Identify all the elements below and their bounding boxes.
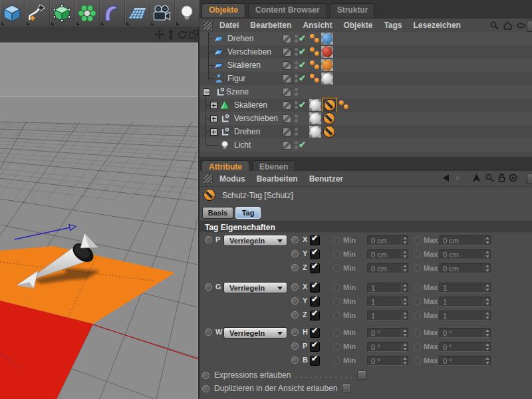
- visibility-dot-render[interactable]: [295, 79, 298, 82]
- visibility-dot-editor[interactable]: [295, 114, 298, 118]
- max-field[interactable]: 1: [439, 311, 491, 321]
- min-field[interactable]: 0 °: [367, 342, 408, 352]
- axis-lock-checkbox[interactable]: ✔: [310, 297, 320, 307]
- material-tag[interactable]: [321, 46, 333, 58]
- visibility-dot-editor[interactable]: [295, 128, 298, 131]
- min-field[interactable]: 0 cm: [367, 249, 408, 259]
- expand-plus-box[interactable]: [210, 102, 217, 109]
- layer-color-swatch[interactable]: [283, 128, 291, 136]
- visibility-dot-render[interactable]: [295, 39, 298, 43]
- object-row-figur-3[interactable]: Figur✔: [200, 72, 532, 85]
- stepper-arrows[interactable]: [483, 329, 490, 337]
- max-field[interactable]: 0 cm: [439, 249, 491, 259]
- toolbar-button-spline-pen[interactable]: [25, 0, 51, 27]
- search-icon[interactable]: [485, 173, 495, 183]
- layer-color-swatch[interactable]: [283, 74, 291, 83]
- min-field[interactable]: 1: [367, 297, 408, 307]
- protection-tag[interactable]: [203, 189, 215, 201]
- visibility-dot-editor[interactable]: [295, 35, 298, 38]
- stepper-arrows[interactable]: [483, 356, 490, 365]
- visibility-dot-editor[interactable]: [295, 74, 298, 78]
- option-anim-dot[interactable]: [202, 385, 209, 392]
- axis-lock-checkbox[interactable]: ✔: [310, 235, 320, 245]
- object-row-verschieben-6[interactable]: Verschieben: [200, 112, 532, 125]
- max-field[interactable]: 0 °: [439, 356, 491, 366]
- stepper-arrows[interactable]: [483, 311, 490, 320]
- axis-anim-dot[interactable]: [291, 236, 299, 243]
- rotate-view-icon[interactable]: [177, 29, 188, 40]
- min-anim-dot[interactable]: [333, 343, 340, 350]
- expression-tag[interactable]: [309, 74, 320, 83]
- axis-lock-checkbox[interactable]: ✔: [310, 342, 320, 352]
- maximize-view-icon[interactable]: [188, 29, 199, 40]
- toolbar-button-floor-object[interactable]: [125, 0, 150, 27]
- object-row-licht-8[interactable]: Licht✔: [200, 138, 532, 152]
- expression-tag[interactable]: [309, 61, 320, 70]
- axis-lock-checkbox[interactable]: ✔: [310, 356, 320, 366]
- expression-tag[interactable]: [338, 100, 349, 110]
- drag-handle[interactable]: [203, 21, 213, 31]
- visibility-dot-render[interactable]: [295, 66, 298, 69]
- object-row-szene-4[interactable]: Szene: [200, 85, 532, 98]
- stepper-arrows[interactable]: [483, 264, 490, 273]
- min-anim-dot[interactable]: [333, 265, 340, 272]
- expand-plus-box[interactable]: [210, 115, 217, 122]
- min-field[interactable]: 0 cm: [367, 235, 408, 245]
- max-anim-dot[interactable]: [414, 343, 421, 350]
- stepper-arrows[interactable]: [401, 283, 408, 292]
- layer-color-swatch[interactable]: [283, 61, 291, 70]
- zoom-view-icon[interactable]: [166, 29, 176, 40]
- axis-lock-checkbox[interactable]: ✔: [310, 311, 320, 321]
- axis-lock-checkbox[interactable]: ✔: [310, 263, 320, 273]
- max-field[interactable]: 0 °: [439, 328, 491, 338]
- layer-color-swatch[interactable]: [283, 114, 291, 123]
- max-field[interactable]: 1: [439, 297, 491, 307]
- min-field[interactable]: 1: [367, 283, 408, 293]
- axis-anim-dot[interactable]: [291, 329, 299, 336]
- lock-mode-dropdown[interactable]: Verriegeln: [223, 282, 287, 293]
- visibility-dot-render[interactable]: [295, 53, 298, 56]
- stepper-arrows[interactable]: [401, 356, 408, 365]
- menu-objekte[interactable]: Objekte: [343, 21, 372, 30]
- axis-anim-dot[interactable]: [291, 264, 299, 271]
- axis-anim-dot[interactable]: [291, 297, 299, 305]
- toolbar-button-bend-deformer[interactable]: [100, 0, 125, 27]
- stepper-arrows[interactable]: [401, 342, 408, 351]
- toolbar-button-editable-cube[interactable]: [50, 0, 75, 27]
- menu-lesezeichen[interactable]: Lesezeichen: [414, 21, 461, 30]
- axis-anim-dot[interactable]: [291, 356, 299, 364]
- home-icon[interactable]: [503, 21, 513, 31]
- min-anim-dot[interactable]: [333, 251, 340, 258]
- layer-color-swatch[interactable]: [283, 48, 291, 57]
- group-anim-dot-G[interactable]: [205, 283, 212, 291]
- visibility-dot-editor[interactable]: [295, 101, 298, 104]
- min-field[interactable]: 0 °: [367, 328, 408, 338]
- eye-icon[interactable]: [516, 21, 526, 31]
- viewbutton-tag[interactable]: Tag: [235, 207, 261, 219]
- min-field[interactable]: 1: [367, 311, 408, 321]
- max-anim-dot[interactable]: [414, 357, 421, 364]
- pointer-icon[interactable]: [471, 173, 481, 183]
- object-row-verschieben-1[interactable]: Verschieben✔: [200, 45, 532, 59]
- max-anim-dot[interactable]: [414, 298, 421, 305]
- menu-modus[interactable]: Modus: [219, 174, 245, 184]
- enabled-check[interactable]: ✔: [299, 140, 306, 150]
- menu-tags[interactable]: Tags: [384, 21, 402, 30]
- object-row-drehen-7[interactable]: Drehen: [200, 125, 532, 138]
- tab-objekte[interactable]: Objekte: [201, 3, 245, 17]
- layer-color-swatch[interactable]: [283, 101, 291, 110]
- option-checkbox[interactable]: [342, 384, 351, 393]
- material-tag[interactable]: [321, 72, 333, 84]
- material-tag[interactable]: [309, 126, 321, 138]
- visibility-dot-render[interactable]: [295, 92, 298, 96]
- enabled-check[interactable]: ✔: [299, 60, 306, 70]
- viewbutton-basis[interactable]: Basis: [202, 207, 233, 219]
- toolbar-button-camera-object[interactable]: [150, 0, 175, 27]
- min-anim-dot[interactable]: [333, 298, 340, 305]
- menu-bearbeiten[interactable]: Bearbeiten: [250, 21, 291, 30]
- min-anim-dot[interactable]: [333, 284, 340, 291]
- stepper-arrows[interactable]: [401, 264, 408, 273]
- back-icon[interactable]: [441, 173, 451, 183]
- object-row-skalieren-5[interactable]: Skalieren✔: [200, 98, 532, 112]
- expand-plus-box[interactable]: [210, 128, 217, 136]
